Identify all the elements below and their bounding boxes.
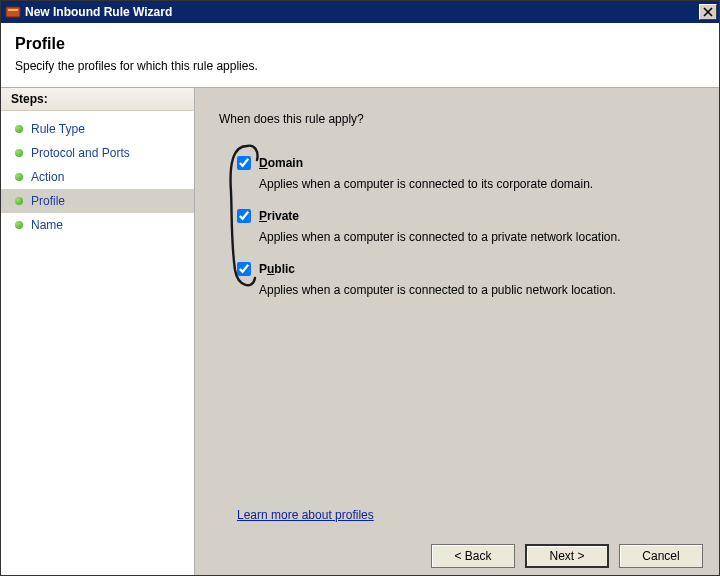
- option-name: Domain: [259, 156, 303, 170]
- option-public: Public Applies when a computer is connec…: [237, 262, 699, 297]
- steps-sidebar: Steps: Rule Type Protocol and Ports Acti…: [1, 88, 195, 576]
- page-subtitle: Specify the profiles for which this rule…: [15, 59, 705, 73]
- back-button-label: < Back: [454, 549, 491, 563]
- profile-options: Domain Applies when a computer is connec…: [219, 156, 699, 297]
- step-label: Rule Type: [31, 122, 85, 136]
- steps-list: Rule Type Protocol and Ports Action Prof…: [1, 111, 194, 243]
- cancel-button[interactable]: Cancel: [619, 544, 703, 568]
- steps-heading: Steps:: [1, 88, 194, 111]
- question-text: When does this rule apply?: [219, 112, 699, 126]
- step-label: Protocol and Ports: [31, 146, 130, 160]
- next-button-label: Next >: [549, 549, 584, 563]
- checkbox-public[interactable]: [237, 262, 251, 276]
- step-name[interactable]: Name: [1, 213, 194, 237]
- option-domain-desc: Applies when a computer is connected to …: [259, 177, 699, 191]
- title-bar: New Inbound Rule Wizard: [1, 1, 719, 23]
- cancel-button-label: Cancel: [642, 549, 679, 563]
- back-button[interactable]: < Back: [431, 544, 515, 568]
- step-label: Action: [31, 170, 64, 184]
- step-profile[interactable]: Profile: [1, 189, 194, 213]
- step-action[interactable]: Action: [1, 165, 194, 189]
- svg-rect-0: [6, 7, 20, 17]
- option-public-desc: Applies when a computer is connected to …: [259, 283, 699, 297]
- option-name: Private: [259, 209, 299, 223]
- bullet-icon: [15, 149, 23, 157]
- app-icon: [5, 4, 21, 20]
- step-label: Name: [31, 218, 63, 232]
- option-public-label[interactable]: Public: [237, 262, 295, 276]
- option-domain-label[interactable]: Domain: [237, 156, 303, 170]
- window-title: New Inbound Rule Wizard: [25, 5, 699, 19]
- main-panel: When does this rule apply? Domain Applie…: [195, 88, 719, 576]
- step-protocol-ports[interactable]: Protocol and Ports: [1, 141, 194, 165]
- wizard-header: Profile Specify the profiles for which t…: [1, 23, 719, 88]
- option-domain: Domain Applies when a computer is connec…: [237, 156, 699, 191]
- close-button[interactable]: [699, 4, 717, 20]
- bullet-icon: [15, 221, 23, 229]
- checkbox-domain[interactable]: [237, 156, 251, 170]
- step-label: Profile: [31, 194, 65, 208]
- wizard-buttons: < Back Next > Cancel: [431, 544, 703, 568]
- svg-rect-1: [8, 9, 18, 11]
- option-private-desc: Applies when a computer is connected to …: [259, 230, 699, 244]
- bullet-icon: [15, 173, 23, 181]
- page-title: Profile: [15, 35, 705, 53]
- step-rule-type[interactable]: Rule Type: [1, 117, 194, 141]
- bullet-icon: [15, 125, 23, 133]
- learn-more-link[interactable]: Learn more about profiles: [237, 508, 374, 522]
- next-button[interactable]: Next >: [525, 544, 609, 568]
- option-name: Public: [259, 262, 295, 276]
- option-private-label[interactable]: Private: [237, 209, 299, 223]
- checkbox-private[interactable]: [237, 209, 251, 223]
- option-private: Private Applies when a computer is conne…: [237, 209, 699, 244]
- bullet-icon: [15, 197, 23, 205]
